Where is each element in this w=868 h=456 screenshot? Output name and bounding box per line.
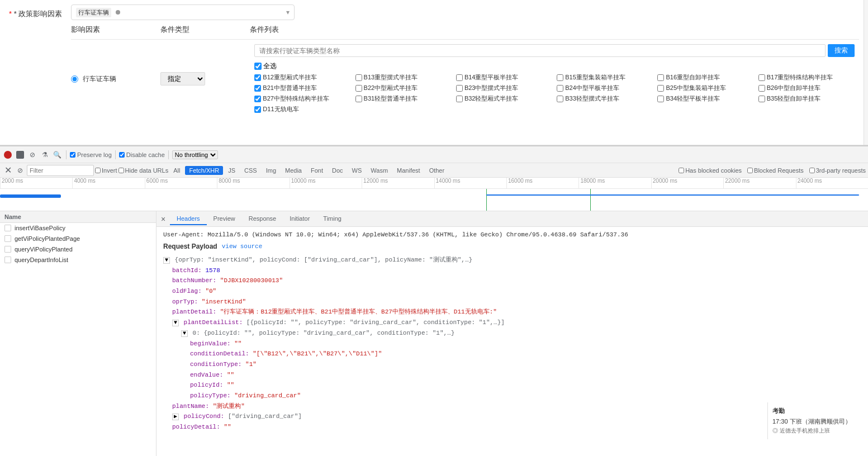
- checkbox-item-15: B33轻型摆式半挂车: [557, 94, 653, 103]
- checkbox-item-3: B15重型集装箱半挂车: [557, 73, 653, 82]
- search-button[interactable]: 搜索: [828, 44, 855, 57]
- detail-tab-initiator[interactable]: Initiator: [283, 213, 316, 225]
- checkbox-label-5: B17重型特殊结构半挂车: [767, 73, 833, 82]
- checkbox-12[interactable]: [254, 96, 261, 102]
- detail-tab-preview[interactable]: Preview: [207, 213, 242, 225]
- checkbox-10[interactable]: [657, 85, 664, 92]
- expand-plantDetailList[interactable]: ▼: [172, 320, 179, 326]
- request-item-0[interactable]: insertViBasePolicy: [0, 223, 156, 234]
- expand-policyCond[interactable]: ▶: [172, 414, 179, 420]
- checkbox-1[interactable]: [355, 74, 362, 81]
- has-blocked-label[interactable]: Has blocked cookies: [679, 167, 742, 174]
- checkbox-0[interactable]: [254, 74, 261, 81]
- request-item-2[interactable]: queryViPolicyPlanted: [0, 244, 156, 255]
- filter-doc-btn[interactable]: Doc: [328, 166, 347, 175]
- checkbox-17[interactable]: [758, 96, 765, 102]
- invert-checkbox[interactable]: [95, 168, 101, 173]
- close-icon[interactable]: ✕: [2, 165, 13, 176]
- checkbox-item-12: B27中型特殊结构半挂车: [254, 94, 350, 103]
- select-all-checkbox[interactable]: [254, 63, 262, 70]
- expand-root[interactable]: ▼: [163, 257, 170, 264]
- checkbox-label-18: D11无轨电车: [263, 105, 298, 113]
- condition-type-select[interactable]: 指定: [160, 72, 205, 86]
- timeline-tick-1: [486, 189, 487, 211]
- checkbox-8[interactable]: [456, 85, 463, 92]
- row-radio[interactable]: [71, 75, 78, 83]
- checkbox-13[interactable]: [355, 96, 362, 102]
- filter-ws-btn[interactable]: WS: [348, 166, 366, 175]
- request-item-1[interactable]: getViPolicyPlantedPage: [0, 234, 156, 244]
- filter-fetch-xhr-btn[interactable]: Fetch/XHR: [185, 166, 223, 175]
- checkbox-item-6: B21中型普通半挂车: [254, 84, 350, 92]
- preserve-log-label[interactable]: Preserve log: [70, 151, 112, 158]
- invert-label[interactable]: Invert: [95, 167, 117, 174]
- filter-input-wrap: [27, 165, 94, 176]
- disable-cache-checkbox[interactable]: [119, 152, 125, 158]
- expand-item0[interactable]: ▼: [181, 330, 188, 337]
- checkbox-9[interactable]: [557, 85, 563, 92]
- chevron-down-icon: ▾: [286, 8, 290, 16]
- checkbox-7[interactable]: [355, 85, 362, 92]
- filter-input[interactable]: [30, 167, 74, 174]
- required-star: *: [9, 10, 14, 18]
- detail-tab-timing[interactable]: Timing: [316, 213, 348, 225]
- clear-icon[interactable]: ⊘: [15, 165, 26, 176]
- filter-js-btn[interactable]: JS: [224, 166, 239, 175]
- filter-media-btn[interactable]: Media: [281, 166, 306, 175]
- disable-cache-label[interactable]: Disable cache: [119, 151, 165, 158]
- checkbox-2[interactable]: [456, 74, 463, 81]
- json-policyId: policyId: "": [163, 380, 861, 391]
- stop-btn[interactable]: [15, 149, 26, 160]
- filter-css-btn[interactable]: CSS: [240, 166, 261, 175]
- vehicle-search-input[interactable]: [254, 44, 826, 57]
- view-source-link[interactable]: view source: [222, 243, 263, 250]
- checkbox-18[interactable]: [254, 106, 261, 113]
- record-btn[interactable]: [2, 149, 13, 160]
- request-doc-icon-0: [4, 225, 11, 231]
- detail-close-btn[interactable]: ×: [156, 212, 170, 226]
- attendance-footer: ◎ 近德去手机抢排上班: [772, 427, 864, 435]
- blocked-requests-checkbox[interactable]: [747, 168, 753, 173]
- hide-data-urls-label[interactable]: Hide data URLs: [118, 167, 169, 174]
- checkbox-item-4: B16重型自卸半挂车: [657, 73, 753, 82]
- checkbox-label-17: B35轻型自卸半挂车: [767, 94, 821, 103]
- table-header: 影响因素 条件类型 条件列表: [71, 25, 859, 40]
- devtools-tabbar: ⊘⚗🔍 Preserve log Disable cacheNo throttl…: [0, 146, 868, 163]
- search-icon[interactable]: 🔍: [51, 149, 63, 160]
- detail-tab-headers[interactable]: Headers: [170, 213, 207, 225]
- checkbox-item-8: B23中型摆式半挂车: [456, 84, 552, 92]
- checkbox-16[interactable]: [657, 96, 664, 102]
- throttle-select[interactable]: No throttling: [172, 150, 218, 159]
- filter-all-btn[interactable]: All: [169, 166, 184, 175]
- has-blocked-checkbox[interactable]: [679, 168, 684, 173]
- json-plantName: plantName: "测试重构": [163, 401, 861, 412]
- checkbox-4[interactable]: [657, 74, 664, 81]
- checkbox-6[interactable]: [254, 85, 261, 92]
- filter-icon[interactable]: ⚗: [39, 149, 50, 160]
- checkbox-11[interactable]: [758, 85, 765, 92]
- hide-data-urls-checkbox[interactable]: [118, 168, 124, 173]
- clear-requests-icon[interactable]: ⊘: [27, 149, 38, 160]
- preserve-log-checkbox[interactable]: [70, 152, 75, 158]
- filter-img-btn[interactable]: Img: [262, 166, 280, 175]
- blocked-requests-label[interactable]: Blocked Requests: [747, 167, 804, 174]
- checkbox-5[interactable]: [758, 74, 765, 81]
- filter-manifest-btn[interactable]: Manifest: [393, 166, 424, 175]
- checkbox-item-9: B24中型平板半挂车: [557, 84, 653, 92]
- third-party-checkbox[interactable]: [809, 168, 815, 173]
- filter-wasm-btn[interactable]: Wasm: [367, 166, 392, 175]
- scrollbar[interactable]: [864, 0, 868, 145]
- checkbox-item-14: B32轻型厢式半挂车: [456, 94, 552, 103]
- checkbox-14[interactable]: [456, 96, 463, 102]
- detail-tab-response[interactable]: Response: [242, 213, 283, 225]
- json-policyCond: ▶ policyCond: ["driving_card_car"]: [163, 411, 861, 422]
- checkbox-15[interactable]: [557, 96, 563, 102]
- checkbox-item-11: B26中型自卸半挂车: [758, 84, 855, 92]
- checkbox-3[interactable]: [557, 74, 563, 81]
- row-influence-label: 行车证车辆: [83, 74, 116, 84]
- filter-other-btn[interactable]: Other: [425, 166, 449, 175]
- request-item-3[interactable]: queryDepartInfoList: [0, 255, 156, 265]
- policy-dropdown[interactable]: 行车证车辆 ▾: [71, 4, 295, 20]
- third-party-label[interactable]: 3rd-party requests: [809, 167, 866, 174]
- filter-font-btn[interactable]: Font: [307, 166, 327, 175]
